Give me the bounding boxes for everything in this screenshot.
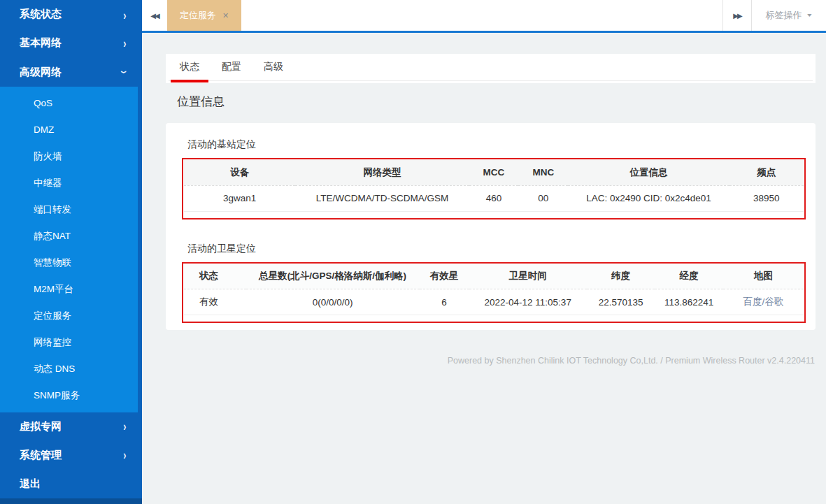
- sidebar-item-smart-iot[interactable]: 智慧物联: [0, 250, 138, 276]
- base-station-table: 设备 网络类型 MCC MNC 位置信息 频点 3gwa: [184, 160, 804, 212]
- sidebar-item-network-monitoring[interactable]: 网络监控: [0, 329, 138, 356]
- column-header-satellite-time: 卫星时间: [469, 264, 587, 289]
- sidebar-item-port-forwarding[interactable]: 端口转发: [0, 196, 138, 223]
- advanced-network-submenu: QoS DMZ 防火墙 中继器 端口转发 静态NAT 智慧物联 M2M平台 定位…: [0, 87, 138, 412]
- satellite-section: 活动的卫星定位 状态 总星数(北斗/GPS/格洛纳斯/伽利略): [182, 243, 806, 324]
- sidebar-item-logout[interactable]: 退出: [0, 470, 142, 498]
- tab-advanced[interactable]: 高级: [261, 54, 286, 80]
- base-station-data-row: 3gwan1 LTE/WCDMA/TD-SCDMA/GSM 460 00 LAC…: [184, 185, 804, 211]
- doc-tab-location-service[interactable]: 定位服务 ✕: [167, 0, 241, 31]
- tag-operations-dropdown[interactable]: 标签操作 ▼: [752, 0, 826, 31]
- base-station-header-row: 设备 网络类型 MCC MNC 位置信息 频点: [184, 160, 804, 185]
- map-links-baidu-google[interactable]: 百度/谷歌: [723, 289, 804, 315]
- sidebar-item-basic-network[interactable]: 基本网络 ›: [0, 29, 142, 57]
- sidebar-item-system-status[interactable]: 系统状态 ›: [0, 0, 142, 29]
- main-area: ◀◀ 定位服务 ✕ ▶▶ 标签操作 ▼ 状态 配置 高: [142, 0, 826, 504]
- sidebar-item-label: 退出: [20, 477, 41, 491]
- sidebar-item-static-nat[interactable]: 静态NAT: [0, 223, 138, 250]
- double-chevron-right-icon: ▶▶: [733, 12, 741, 20]
- cell-frequency: 38950: [729, 185, 804, 211]
- base-station-section-title: 活动的基站定位: [187, 138, 806, 151]
- page-title: 位置信息: [177, 94, 816, 110]
- cell-satellite-time: 2022-04-12 11:05:37: [469, 289, 587, 315]
- column-header-latitude: 纬度: [587, 264, 655, 289]
- column-header-status: 状态: [184, 264, 246, 289]
- sidebar-item-snmp-service[interactable]: SNMP服务: [0, 382, 138, 409]
- chevron-right-icon: ›: [124, 419, 127, 434]
- column-header-network-type: 网络类型: [295, 160, 469, 185]
- sidebar-item-label: 基本网络: [20, 36, 62, 50]
- cell-valid-satellites: 6: [420, 289, 469, 315]
- column-header-mcc: MCC: [469, 160, 519, 185]
- doc-tab-label: 定位服务: [180, 9, 216, 22]
- chevron-right-icon: ›: [124, 448, 127, 463]
- caret-down-icon: ▼: [806, 13, 813, 18]
- base-station-annotation-box: 设备 网络类型 MCC MNC 位置信息 频点 3gwa: [182, 158, 806, 219]
- page-content: 状态 配置 高级 位置信息 活动的基站定位: [142, 33, 826, 366]
- satellite-data-row: 有效 0(0/0/0/0) 6 2022-04-12 11:05:37 22.5…: [184, 289, 804, 315]
- cell-latitude: 22.570135: [587, 289, 655, 315]
- sidebar-item-label: 虚拟专网: [20, 420, 62, 433]
- chevron-down-icon: ›: [118, 71, 132, 73]
- sidebar-item-repeater[interactable]: 中继器: [0, 170, 138, 196]
- column-header-valid-satellites: 有效星: [420, 264, 469, 289]
- satellite-table: 状态 总星数(北斗/GPS/格洛纳斯/伽利略) 有效星 卫星时间 纬度 经度 地…: [184, 264, 804, 316]
- sidebar-item-label: 高级网络: [20, 66, 62, 79]
- column-header-frequency: 频点: [729, 160, 804, 185]
- chevron-right-icon: ›: [124, 36, 127, 50]
- cell-network-type: LTE/WCDMA/TD-SCDMA/GSM: [295, 185, 469, 211]
- sidebar-item-dmz[interactable]: DMZ: [0, 117, 138, 143]
- sidebar-item-dynamic-dns[interactable]: 动态 DNS: [0, 356, 138, 382]
- column-header-total-satellites: 总星数(北斗/GPS/格洛纳斯/伽利略): [246, 264, 420, 289]
- cell-status: 有效: [184, 289, 246, 315]
- app-window: 系统状态 › 基本网络 › 高级网络 › QoS DMZ 防火墙 中继器 端口转…: [0, 0, 826, 504]
- cell-device: 3gwan1: [184, 185, 295, 211]
- double-chevron-left-icon: ◀◀: [150, 12, 158, 20]
- view-tabs-strip: 状态 配置 高级: [166, 54, 816, 83]
- sidebar-item-advanced-network[interactable]: 高级网络 ›: [0, 57, 142, 86]
- sidebar-item-qos[interactable]: QoS: [0, 90, 138, 117]
- sidebar-item-vpn[interactable]: 虚拟专网 ›: [0, 412, 142, 441]
- column-header-device: 设备: [184, 160, 295, 185]
- cell-total-satellites: 0(0/0/0/0): [246, 289, 420, 315]
- tab-status[interactable]: 状态: [177, 54, 202, 80]
- sidebar-item-label: 系统状态: [20, 8, 62, 21]
- sidebar-item-label: 系统管理: [20, 449, 62, 462]
- sidebar-item-firewall[interactable]: 防火墙: [0, 143, 138, 170]
- cell-mcc: 460: [469, 185, 519, 211]
- sidebar-bottom-strip: [0, 498, 142, 504]
- sidebar-nav: 系统状态 › 基本网络 › 高级网络 › QoS DMZ 防火墙 中继器 端口转…: [0, 0, 142, 504]
- sidebar-item-m2m-platform[interactable]: M2M平台: [0, 276, 138, 303]
- powered-by-footer: Powered by Shenzhen Chilink IOT Technolo…: [166, 356, 816, 366]
- column-header-mnc: MNC: [518, 160, 568, 185]
- cell-longitude: 113.862241: [655, 289, 722, 315]
- tag-operations-label: 标签操作: [766, 9, 802, 22]
- document-tabbar: ◀◀ 定位服务 ✕ ▶▶ 标签操作 ▼: [142, 0, 826, 33]
- column-header-longitude: 经度: [655, 264, 722, 289]
- chevron-right-icon: ›: [124, 7, 127, 22]
- tab-config[interactable]: 配置: [219, 54, 244, 80]
- cell-location-info: LAC: 0x2490 CID: 0x2c4de01: [568, 185, 729, 211]
- scroll-tabs-left-button[interactable]: ◀◀: [142, 0, 167, 31]
- cell-mnc: 00: [518, 185, 568, 211]
- sidebar-item-location-service[interactable]: 定位服务: [0, 303, 138, 329]
- close-icon[interactable]: ✕: [222, 11, 229, 20]
- base-station-section: 活动的基站定位 设备 网络类型 MCC: [182, 138, 806, 219]
- satellite-header-row: 状态 总星数(北斗/GPS/格洛纳斯/伽利略) 有效星 卫星时间 纬度 经度 地…: [184, 264, 804, 289]
- column-header-location-info: 位置信息: [568, 160, 729, 185]
- scroll-tabs-right-button[interactable]: ▶▶: [723, 0, 751, 31]
- satellite-annotation-box: 状态 总星数(北斗/GPS/格洛纳斯/伽利略) 有效星 卫星时间 纬度 经度 地…: [182, 262, 806, 324]
- column-header-map: 地图: [723, 264, 804, 289]
- satellite-section-title: 活动的卫星定位: [187, 243, 806, 255]
- location-info-card: 活动的基站定位 设备 网络类型 MCC: [166, 123, 816, 330]
- sidebar-item-system-management[interactable]: 系统管理 ›: [0, 441, 142, 470]
- tabbar-spacer: [241, 0, 722, 31]
